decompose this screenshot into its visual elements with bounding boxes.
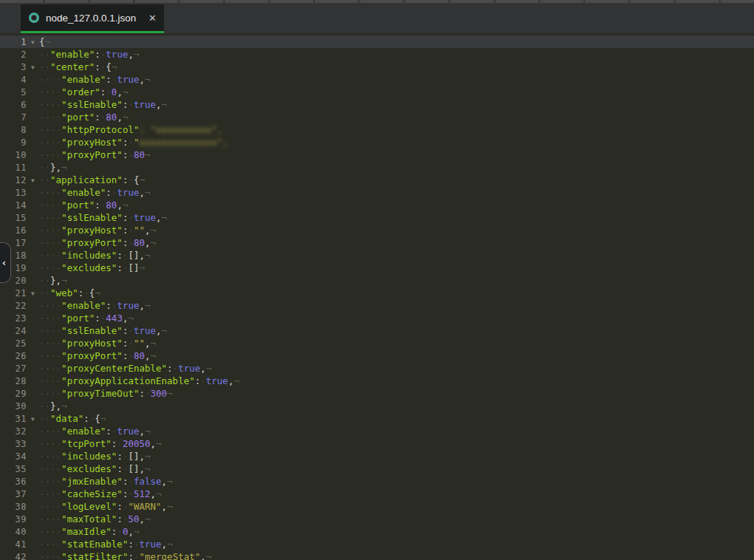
code-text: ····"enable":·true,¬ bbox=[39, 426, 151, 437]
code-line[interactable]: 7····"port":·80,¬ bbox=[0, 111, 754, 123]
code-line[interactable]: 8····"httpProtocol": "xxxxxxxxxx", bbox=[0, 123, 754, 136]
code-text: ····"sslEnable":·true,¬ bbox=[39, 212, 167, 223]
code-text: ····"includes":·[],¬ bbox=[39, 250, 151, 261]
code-line[interactable]: 37····"cacheSize":·512,¬ bbox=[0, 488, 754, 500]
code-text: ····"proxyHost":·"",¬ bbox=[39, 338, 156, 349]
code-line[interactable]: 32····"enable":·true,¬ bbox=[0, 425, 754, 437]
tab-bar: node_127.0.0.1.json ✕ bbox=[0, 3, 754, 33]
code-line[interactable]: 14····"port":·80,¬ bbox=[0, 199, 754, 211]
code-line[interactable]: 29····"proxyTimeOut":·300¬ bbox=[0, 387, 754, 400]
fold-collapse-icon[interactable]: ▼ bbox=[27, 287, 39, 300]
line-number: 13 bbox=[0, 187, 27, 199]
fold-collapse-icon[interactable]: ▼ bbox=[27, 61, 39, 74]
tab-title: node_127.0.0.1.json bbox=[46, 13, 144, 24]
code-text: ····"order":·0,¬ bbox=[39, 86, 128, 98]
tab-close-icon[interactable]: ✕ bbox=[148, 13, 157, 23]
line-number: 37 bbox=[0, 488, 27, 501]
code-text: ··"data":·{¬ bbox=[39, 413, 106, 424]
code-text: ····"sslEnable":·true,¬ bbox=[39, 99, 167, 110]
code-line[interactable]: 27····"proxyCenterEnable":·true,¬ bbox=[0, 362, 754, 375]
line-number: 23 bbox=[0, 313, 27, 325]
line-number: 31 bbox=[0, 413, 27, 426]
line-number: 21 bbox=[0, 287, 27, 300]
code-line[interactable]: 20··},¬ bbox=[0, 274, 754, 287]
code-line[interactable]: 5····"order":·0,¬ bbox=[0, 86, 754, 98]
sidebar-collapse-toggle[interactable]: ‹ bbox=[0, 242, 11, 283]
code-text: ····"statFilter":·"mergeStat",¬ bbox=[39, 551, 211, 560]
code-line[interactable]: 17····"proxyPort":·80,¬ bbox=[0, 236, 754, 249]
code-line[interactable]: 16····"proxyHost":·"",¬ bbox=[0, 224, 754, 236]
code-line[interactable]: 12▼··"application":·{¬ bbox=[0, 174, 754, 186]
code-text: ····"httpProtocol": "xxxxxxxxxx", bbox=[39, 124, 222, 135]
code-line[interactable]: 24····"sslEnable":·true,¬ bbox=[0, 324, 754, 337]
line-number: 11 bbox=[0, 162, 27, 174]
code-line[interactable]: 30··},¬ bbox=[0, 400, 754, 412]
code-text: ··"center":·{¬ bbox=[39, 61, 117, 72]
redacted-text: : "xxxxxxxxxx", bbox=[139, 124, 222, 135]
chevron-left-icon: ‹ bbox=[2, 257, 6, 268]
line-number: 38 bbox=[0, 501, 27, 513]
code-line[interactable]: 6····"sslEnable":·true,¬ bbox=[0, 98, 754, 111]
code-line[interactable]: 1▼{¬ bbox=[0, 35, 754, 48]
code-line[interactable]: 4····"enable":·true,¬ bbox=[0, 73, 754, 86]
line-number: 10 bbox=[0, 149, 27, 162]
line-number: 39 bbox=[0, 513, 27, 526]
code-line[interactable]: 31▼··"data":·{¬ bbox=[0, 412, 754, 425]
code-line[interactable]: 35····"excludes":·[],¬ bbox=[0, 462, 754, 475]
code-line[interactable]: 10····"proxyPort":·80¬ bbox=[0, 148, 754, 161]
code-lines: 1▼{¬2··"enable":·true,¬3▼··"center":·{¬4… bbox=[0, 35, 754, 560]
line-number: 26 bbox=[0, 350, 27, 363]
code-line[interactable]: 18····"includes":·[],¬ bbox=[0, 249, 754, 262]
code-text: ··},¬ bbox=[39, 400, 67, 412]
code-line[interactable]: 38····"logLevel":·"WARN",¬ bbox=[0, 500, 754, 513]
code-line[interactable]: 40····"maxIdle":·0,¬ bbox=[0, 525, 754, 538]
line-number: 36 bbox=[0, 476, 27, 488]
code-line[interactable]: 23····"port":·443,¬ bbox=[0, 312, 754, 324]
code-line[interactable]: 15····"sslEnable":·true,¬ bbox=[0, 211, 754, 224]
code-line[interactable]: 39····"maxTotal":·50,¬ bbox=[0, 513, 754, 525]
code-line[interactable]: 33····"tcpPort":·20050,¬ bbox=[0, 437, 754, 450]
editor-window: node_127.0.0.1.json ✕ 1▼{¬2··"enable":·t… bbox=[0, 0, 754, 560]
code-line[interactable]: 36····"jmxEnable":·false,¬ bbox=[0, 475, 754, 488]
line-number: 30 bbox=[0, 400, 27, 413]
fold-collapse-icon[interactable]: ▼ bbox=[27, 36, 39, 49]
code-line[interactable]: 22····"enable":·true,¬ bbox=[0, 299, 754, 312]
fold-collapse-icon[interactable]: ▼ bbox=[27, 413, 39, 426]
code-editor[interactable]: 1▼{¬2··"enable":·true,¬3▼··"center":·{¬4… bbox=[0, 33, 754, 560]
line-number: 16 bbox=[0, 225, 27, 237]
code-text: ····"proxyPort":·80,¬ bbox=[39, 350, 156, 361]
code-text: ····"proxyCenterEnable":·true,¬ bbox=[39, 363, 211, 374]
code-text: ····"port":·80,¬ bbox=[39, 112, 128, 123]
code-line[interactable]: 42····"statFilter":·"mergeStat",¬ bbox=[0, 550, 754, 560]
code-text: ····"sslEnable":·true,¬ bbox=[39, 325, 167, 336]
code-text: ··"web":·{¬ bbox=[39, 287, 100, 298]
code-text: ····"proxyPort":·80,¬ bbox=[39, 237, 156, 248]
code-line[interactable]: 21▼··"web":·{¬ bbox=[0, 287, 754, 299]
code-text: ····"jmxEnable":·false,¬ bbox=[39, 476, 173, 487]
code-text: ····"proxyHost":·"xxxxxxxxxxxxxx", bbox=[39, 137, 228, 148]
code-text: ····"proxyApplicationEnable":·true,¬ bbox=[39, 375, 239, 386]
line-number: 6 bbox=[0, 99, 27, 112]
fold-collapse-icon[interactable]: ▼ bbox=[27, 174, 39, 187]
code-line[interactable]: 11··},¬ bbox=[0, 161, 754, 174]
code-line[interactable]: 3▼··"center":·{¬ bbox=[0, 61, 754, 73]
code-line[interactable]: 2··"enable":·true,¬ bbox=[0, 48, 754, 61]
line-number: 22 bbox=[0, 300, 27, 313]
code-text: ····"port":·80,¬ bbox=[39, 199, 128, 211]
line-number: 32 bbox=[0, 426, 27, 438]
code-text: ····"enable":·true,¬ bbox=[39, 74, 151, 85]
line-number: 15 bbox=[0, 212, 27, 225]
code-text: ····"proxyPort":·80¬ bbox=[39, 149, 151, 160]
code-line[interactable]: 34····"includes":·[],¬ bbox=[0, 450, 754, 462]
code-line[interactable]: 25····"proxyHost":·"",¬ bbox=[0, 337, 754, 349]
tab-node-json[interactable]: node_127.0.0.1.json ✕ bbox=[21, 4, 164, 33]
code-line[interactable]: 19····"excludes":·[]¬ bbox=[0, 262, 754, 274]
code-line[interactable]: 28····"proxyApplicationEnable":·true,¬ bbox=[0, 375, 754, 387]
code-line[interactable]: 41····"statEnable":·true,¬ bbox=[0, 538, 754, 550]
code-line[interactable]: 13····"enable":·true,¬ bbox=[0, 186, 754, 199]
code-line[interactable]: 9····"proxyHost":·"xxxxxxxxxxxxxx", bbox=[0, 136, 754, 148]
code-text: ····"proxyHost":·"",¬ bbox=[39, 225, 156, 236]
code-line[interactable]: 26····"proxyPort":·80,¬ bbox=[0, 349, 754, 362]
line-number: 24 bbox=[0, 325, 27, 338]
code-text: ····"proxyTimeOut":·300¬ bbox=[39, 388, 173, 399]
